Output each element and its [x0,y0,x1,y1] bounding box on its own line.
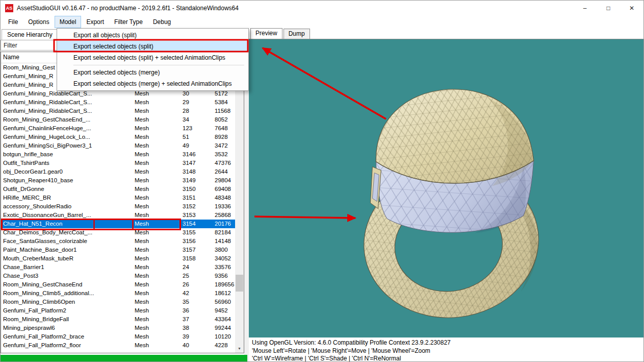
vertical-scrollbar[interactable]: ▲ ▼ [235,63,244,353]
window-title: AssetStudioGUI v0.16.47 - no productName… [17,5,239,12]
list-item[interactable]: Room_Mining_BridgeFallMesh3743364 [1,315,244,324]
asset-list: Name Room_Mining_GestGenfumi_Mining_RGen… [1,52,244,353]
list-item[interactable]: Outfit_TshirtPantsMesh314747376 [1,159,244,167]
menu-item-export-selected-objects-split-selected-animationclips[interactable]: Export selected objects (split) + select… [57,52,248,63]
list-item[interactable]: Room_Mining_GestChaseEnd_...Mesh348052 [1,115,244,124]
menu-item-export-selected-objects-merge-selected-animationclips[interactable]: Export selected objects (merge) + select… [57,78,248,89]
menu-bar: FileOptionsModelExportFilter TypeDebug [1,16,643,28]
opengl-version-text: Using OpenGL Version: 4.6.0 Compatibilit… [252,339,640,347]
list-item[interactable]: obj_DecorGear1.gear0Mesh31482644 [1,167,244,176]
list-item[interactable]: Chase_Post3Mesh259356 [1,272,244,280]
menu-debug[interactable]: Debug [148,16,176,28]
minimize-icon[interactable]: – [573,1,597,16]
window-controls: – □ ✕ [573,1,643,16]
list-item[interactable]: Genfumi_Mining_RidableCart_S...Mesh29538… [1,98,244,107]
list-item[interactable]: Room_Mining_Climb5_additional...Mesh4218… [1,289,244,298]
list-item[interactable]: Genfumi_Mining_RidableCart_S...Mesh28115… [1,107,244,115]
mouse-controls-text: 'Mouse Left'=Rotate | 'Mouse Right'=Move… [252,347,640,355]
list-item[interactable]: accessory_ShoulderRadioMesh315219336 [1,202,244,211]
list-item[interactable]: Face_SantaGlasses_colorizableMesh3156141… [1,237,244,246]
maximize-icon[interactable]: □ [597,1,620,16]
list-item[interactable]: Genfumi_MiningSci_BigPower3_1Mesh493472 [1,141,244,150]
scroll-down-icon[interactable]: ▼ [235,344,244,353]
list-item[interactable]: Shotgun_Reaper410_baseMesh314929804 [1,176,244,185]
list-item[interactable]: Exotic_DissonanceGun_Barrel_...Mesh31532… [1,211,244,220]
list-item[interactable]: Paint_Machine_Base_door1Mesh31573800 [1,246,244,254]
close-icon[interactable]: ✕ [620,1,643,16]
list-item[interactable]: Chase_Barrier1Mesh2433576 [1,263,244,272]
tab-scene-hierarchy[interactable]: Scene Hierarchy [2,29,58,40]
menu-export[interactable]: Export [81,16,109,28]
model-dropdown: Export all objects (split)Export selecte… [57,28,249,91]
app-icon: AS [5,4,13,12]
title-bar: AS AssetStudioGUI v0.16.47 - no productN… [1,1,643,16]
menu-file[interactable]: File [3,16,23,28]
tab-preview[interactable]: Preview [250,28,282,39]
list-item[interactable]: Genfumi_Mining_HugeLock_Lo...Mesh518928 [1,133,244,141]
app-window: AS AssetStudioGUI v0.16.47 - no productN… [0,0,644,362]
list-item[interactable]: Genfumi_Fall_Platform2_braceMesh3910120 [1,332,244,341]
list-item[interactable]: Mouth_CreberMask_tubeRMesh315834052 [1,254,244,263]
list-item[interactable]: Genfumi_ChainlinkFenceHuge_...Mesh123764… [1,124,244,133]
list-item[interactable]: Room_Mining_Climb6OpenMesh3556960 [1,298,244,306]
menu-filter-type[interactable]: Filter Type [109,16,148,28]
hat-mesh-preview [249,39,643,337]
list-item[interactable]: HRifle_MERC_BRMesh315148348 [1,194,244,202]
preview-viewport[interactable] [249,39,643,337]
tab-dump[interactable]: Dump [284,29,310,39]
menu-item-export-selected-objects-split-[interactable]: Export selected objects (split) [57,41,248,52]
list-item[interactable]: Room_Mining_GestChaseEndMesh26189656 [1,280,244,289]
list-item[interactable]: Genfumi_Fall_Platform2Mesh369452 [1,306,244,315]
menu-separator [73,65,244,65]
list-item[interactable]: Mining_pipesprawl6Mesh3899244 [1,324,244,332]
menu-item-export-all-objects-split-[interactable]: Export all objects (split) [57,30,248,41]
list-item[interactable]: Genfumi_Fall_Platform2_floorMesh404228 [1,341,244,350]
keyboard-controls-text: 'Ctrl W'=Wireframe | 'Ctrl S'=Shade | 'C… [252,355,640,362]
status-area: Using OpenGL Version: 4.6.0 Compatibilit… [249,337,643,361]
list-item[interactable]: Char_Deimos_Body_MercCoat_...Mesh3155821… [1,228,244,237]
right-panel: Preview Dump [249,28,643,361]
scrollbar-thumb[interactable] [236,275,243,292]
progress-bar [1,355,247,362]
list-item[interactable]: Char_Hat_N51_ReconMesh315420176 [1,220,244,228]
preview-tabstrip: Preview Dump [249,28,643,39]
menu-item-export-selected-objects-merge-[interactable]: Export selected objects (merge) [57,67,248,78]
list-item[interactable]: botgun_hrifle_baseMesh31463532 [1,150,244,159]
menu-model[interactable]: Model [55,16,82,28]
asset-list-body: Room_Mining_GestGenfumi_Mining_RGenfumi_… [1,63,244,350]
menu-options[interactable]: Options [23,16,54,28]
list-item[interactable]: Outfit_DrGonneMesh315069408 [1,185,244,194]
